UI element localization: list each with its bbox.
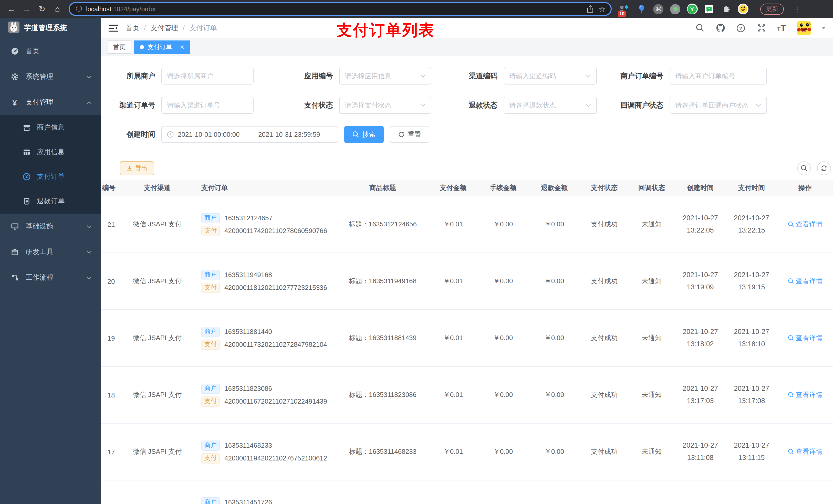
tab-close-icon[interactable]: ✕: [180, 44, 185, 50]
cell-title: 标题：1635312124656: [337, 220, 429, 229]
breadcrumb-home[interactable]: 首页: [125, 23, 139, 32]
breadcrumb-pay-order: 支付订单: [189, 23, 217, 32]
channel-code-select[interactable]: 请输入渠道编码: [504, 68, 597, 85]
filter-row-1: 所属商户 请选择所属商户 应用编号 请选择应用信息 渠道编码 请输入渠道编码 商…: [101, 68, 833, 85]
table-row: 17 微信 JSAPI 支付 商户 1635311468233 支付 42000…: [101, 424, 833, 480]
home-icon[interactable]: ⌂: [51, 3, 64, 15]
cell-id: 21: [101, 220, 121, 228]
table-row: 19 微信 JSAPI 支付 商户 1635311881440 支付 42000…: [101, 310, 833, 367]
extension-command-icon[interactable]: ⌘: [653, 3, 664, 15]
font-size-icon[interactable]: TT: [777, 23, 786, 33]
tab-home[interactable]: 首页: [108, 41, 131, 54]
avatar-caret-icon[interactable]: [822, 27, 826, 31]
tab-pay-order[interactable]: 支付订单 ✕: [134, 41, 190, 54]
chevron-down-icon: [586, 103, 591, 107]
view-detail-link[interactable]: 查看详情: [788, 277, 823, 286]
extension-grid-icon[interactable]: 10: [619, 3, 630, 15]
cell-action: 查看详情: [777, 447, 833, 456]
sidebar-item-home[interactable]: 首页: [0, 39, 101, 64]
cell-channel: 微信 JSAPI 支付: [121, 333, 193, 343]
extension-balloon-icon[interactable]: [636, 3, 647, 15]
sidebar-item-refund-order[interactable]: 退款订单: [0, 189, 101, 214]
sidebar-item-system[interactable]: 系统管理: [0, 64, 101, 90]
github-icon[interactable]: [716, 23, 725, 33]
bookmark-star-icon[interactable]: ☆: [599, 4, 605, 14]
table-row: 20 微信 JSAPI 支付 商户 1635311949168 支付 42000…: [101, 253, 833, 310]
notify-status-select[interactable]: 请选择订单回调商户状态: [670, 97, 767, 114]
extension-y-icon[interactable]: Y: [687, 3, 698, 15]
refund-status-select[interactable]: 请选择退款状态: [504, 97, 597, 114]
breadcrumb: 首页 / 支付管理 / 支付订单: [125, 23, 217, 32]
extension-recorder-icon[interactable]: [670, 3, 681, 15]
chevron-down-icon: [756, 103, 761, 107]
filter-row-3: 创建时间 2021-10-01 00:00:00 - 2021-10-31 23…: [101, 126, 833, 143]
app-id-select[interactable]: 请选择应用信息: [339, 68, 431, 85]
column-header: 回调状态: [628, 183, 675, 193]
sidebar-item-dev-tools[interactable]: 研发工具: [0, 239, 101, 265]
document-icon: [23, 197, 31, 206]
reload-icon[interactable]: ↻: [36, 3, 48, 15]
address-bar[interactable]: ⓘ localhost:1024/pay/order ☆: [69, 2, 612, 16]
merchant-input[interactable]: 请选择所属商户: [161, 68, 254, 85]
cell-title: 标题：1635311881439: [337, 333, 429, 343]
field-merchant-order-no: 商户订单编号 请输入商户订单编号: [602, 68, 767, 85]
extension-chat-icon[interactable]: [704, 3, 715, 15]
extensions-puzzle-icon[interactable]: [720, 3, 732, 15]
refresh-button[interactable]: [817, 161, 831, 175]
cell-pay-amount: ￥0.01: [429, 220, 477, 229]
search-icon[interactable]: [695, 23, 705, 33]
share-icon[interactable]: [586, 5, 594, 13]
view-detail-link[interactable]: 查看详情: [788, 333, 823, 343]
channel-order-no-input[interactable]: 请输入渠道订单号: [161, 97, 254, 114]
cell-pay-status: 支付成功: [580, 277, 628, 286]
cell-pay-status: 支付成功: [580, 220, 628, 229]
help-icon[interactable]: ?: [736, 23, 746, 33]
table-header-row: 编号支付渠道支付订单商品标题支付金额手续金额退款金额支付状态回调状态创建时间支付…: [101, 180, 833, 196]
sidebar-item-app-info[interactable]: 应用信息: [0, 140, 101, 164]
cell-pay-amount: ￥0.01: [429, 390, 477, 400]
toggle-search-button[interactable]: [797, 161, 811, 175]
sidebar-item-workflow[interactable]: 工作流程: [0, 265, 101, 290]
create-time-range-input[interactable]: 2021-10-01 00:00:00 - 2021-10-31 23:59:5…: [161, 126, 338, 143]
cell-refund-amount: ￥0.00: [529, 390, 580, 400]
cell-pay-time: 2021-10-2713:11:15: [726, 440, 777, 464]
sidebar-item-merchant-info[interactable]: 商户信息: [0, 115, 101, 140]
merchant-order-no-input[interactable]: 请输入商户订单编号: [670, 68, 767, 85]
reset-button[interactable]: 重置: [390, 126, 429, 143]
fullscreen-icon[interactable]: [757, 23, 766, 33]
site-info-icon[interactable]: ⓘ: [76, 5, 82, 13]
merchant-tag: 商户: [201, 383, 220, 393]
sidebar-item-pay-management[interactable]: ¥ 支付管理: [0, 90, 101, 115]
dashboard-icon: [10, 47, 19, 55]
cell-pay-amount: ￥0.01: [429, 277, 477, 286]
chevron-down-icon: [87, 224, 92, 228]
column-header: 支付时间: [726, 183, 777, 193]
cell-notify-status: 未通知: [628, 277, 675, 286]
view-detail-link[interactable]: 查看详情: [788, 220, 823, 229]
chrome-update-button[interactable]: 更新: [760, 3, 784, 15]
user-avatar[interactable]: [796, 21, 811, 35]
sidebar-item-infrastructure[interactable]: 基础设施: [0, 214, 101, 239]
export-button[interactable]: 导出: [120, 161, 154, 175]
cell-pay-time: 2021-10-2713:18:10: [726, 326, 777, 350]
sidebar-item-pay-order[interactable]: ¥ 支付订单: [0, 164, 101, 189]
search-button[interactable]: 搜索: [344, 126, 384, 143]
profile-emoji-icon[interactable]: [737, 3, 748, 15]
chevron-down-icon: [87, 75, 92, 79]
field-channel-code: 渠道编码 请输入渠道编码: [437, 68, 597, 85]
cell-refund-amount: ￥0.00: [529, 333, 580, 343]
view-detail-link[interactable]: 查看详情: [788, 447, 823, 456]
sidebar-fold-icon[interactable]: [108, 24, 118, 32]
cell-id: 18: [101, 391, 121, 399]
pay-status-select[interactable]: 请选择支付状态: [339, 97, 431, 114]
view-detail-link[interactable]: 查看详情: [788, 390, 823, 400]
cell-channel: 微信 JSAPI 支付: [121, 277, 193, 286]
column-header: 退款金额: [529, 183, 580, 193]
browser-menu-icon[interactable]: ⋮: [793, 5, 801, 13]
back-icon[interactable]: ←: [5, 3, 18, 15]
app-header: 首页 / 支付管理 / 支付订单 支付订单列表 ?: [101, 18, 833, 39]
pay-management-submenu: 商户信息 应用信息 ¥ 支付订单: [0, 115, 101, 214]
channel-pay-no: 4200001174202110278060590766: [224, 227, 327, 235]
forward-icon[interactable]: →: [21, 3, 33, 15]
breadcrumb-pay-management[interactable]: 支付管理: [151, 23, 178, 32]
